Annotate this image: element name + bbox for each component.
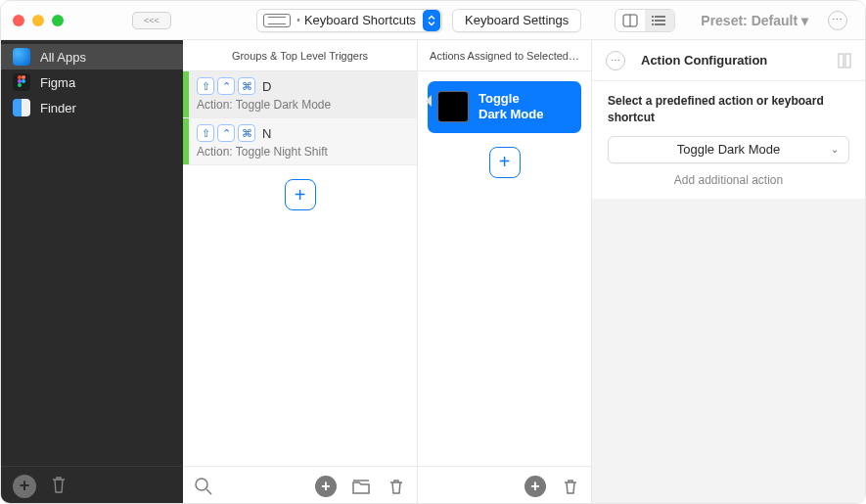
add-additional-action-link[interactable]: Add additional action: [608, 173, 849, 187]
triggers-column: Groups & Top Level Triggers ⇧ ⌃ ⌘ D Acti…: [183, 40, 418, 504]
delete-trigger-button[interactable]: [386, 476, 407, 497]
key-shift-icon: ⇧: [197, 77, 214, 95]
view-mode-segmented: [615, 9, 675, 32]
config-title: Action Configuration: [635, 53, 822, 68]
svg-rect-17: [845, 54, 850, 68]
svg-point-10: [18, 79, 22, 83]
svg-point-12: [18, 83, 22, 87]
svg-point-13: [196, 479, 207, 490]
sidebar-item-all-apps[interactable]: All Apps: [1, 44, 183, 69]
finder-icon: [13, 99, 30, 116]
trigger-type-dropdown[interactable]: • Keyboard Shortcuts: [256, 9, 442, 32]
sidebar-item-finder[interactable]: Finder: [1, 95, 183, 120]
trigger-row[interactable]: ⇧ ⌃ ⌘ D Action: Toggle Dark Mode: [183, 71, 417, 118]
sidebar-footer: +: [1, 466, 183, 504]
delete-action-button[interactable]: [560, 476, 581, 497]
key-shift-icon: ⇧: [197, 124, 214, 142]
back-button[interactable]: <<<: [132, 12, 171, 29]
triggers-header: Groups & Top Level Triggers: [183, 40, 417, 71]
config-help-text: Select a predefined action or keyboard s…: [608, 93, 849, 126]
globe-icon: [13, 48, 30, 66]
folder-button[interactable]: [350, 476, 372, 497]
add-app-button[interactable]: +: [13, 475, 36, 498]
close-window-button[interactable]: [13, 15, 24, 26]
trigger-action-label: Action: Toggle Night Shift: [197, 145, 409, 159]
sidebar-item-label: Finder: [40, 101, 76, 115]
action-card-label: ToggleDark Mode: [479, 91, 543, 123]
config-column: ⋯ Action Configuration Select a predefin…: [592, 40, 865, 504]
add-button[interactable]: +: [315, 476, 337, 497]
add-button[interactable]: +: [524, 476, 546, 497]
preset-dropdown[interactable]: Preset: Default ▾: [701, 13, 808, 28]
column-view-button[interactable]: [615, 10, 645, 31]
zoom-window-button[interactable]: [52, 15, 64, 26]
minimize-window-button[interactable]: [32, 15, 44, 26]
sidebar-item-label: All Apps: [40, 50, 86, 65]
trigger-type-label: Keyboard Shortcuts: [304, 13, 422, 27]
add-trigger-button[interactable]: +: [285, 179, 316, 210]
keyboard-settings-button[interactable]: Keyboard Settings: [452, 9, 581, 32]
config-menu-button[interactable]: ⋯: [606, 51, 625, 70]
svg-point-5: [652, 16, 654, 18]
app-sidebar: All Apps Figma Finder +: [1, 40, 183, 504]
key-control-icon: ⌃: [217, 77, 235, 95]
action-card[interactable]: ToggleDark Mode: [428, 81, 581, 133]
key-letter: N: [262, 126, 271, 141]
svg-line-14: [206, 489, 211, 494]
figma-icon: [13, 73, 30, 91]
column-icon: [838, 53, 851, 69]
key-command-icon: ⌘: [238, 77, 255, 95]
dropdown-arrows-icon: [423, 10, 440, 31]
search-button[interactable]: [193, 476, 214, 497]
svg-point-6: [652, 20, 654, 22]
key-control-icon: ⌃: [217, 124, 235, 142]
add-action-button[interactable]: +: [489, 147, 521, 178]
key-command-icon: ⌘: [238, 124, 255, 142]
window-controls: [13, 15, 64, 26]
chevron-down-icon: ⌄: [831, 144, 839, 155]
svg-rect-16: [839, 54, 843, 68]
action-select-dropdown[interactable]: Toggle Dark Mode ⌄: [608, 136, 849, 163]
trigger-row[interactable]: ⇧ ⌃ ⌘ N Action: Toggle Night Shift: [183, 118, 417, 165]
actions-header: Actions Assigned to Selected…: [418, 40, 591, 71]
actions-column: Actions Assigned to Selected… ToggleDark…: [418, 40, 592, 504]
svg-point-8: [18, 75, 22, 79]
list-view-button[interactable]: [645, 10, 674, 31]
sidebar-item-figma[interactable]: Figma: [1, 69, 183, 95]
action-thumbnail: [437, 91, 469, 122]
svg-point-9: [22, 75, 25, 79]
svg-point-11: [22, 79, 25, 83]
keyboard-icon: [263, 14, 291, 27]
key-letter: D: [262, 79, 271, 94]
sidebar-item-label: Figma: [40, 75, 75, 90]
trigger-action-label: Action: Toggle Dark Mode: [197, 98, 409, 112]
svg-point-7: [652, 23, 654, 25]
titlebar: <<< • Keyboard Shortcuts Keyboard Settin…: [1, 1, 865, 40]
delete-app-button[interactable]: [50, 475, 68, 498]
more-menu-button[interactable]: ⋯: [828, 11, 847, 30]
